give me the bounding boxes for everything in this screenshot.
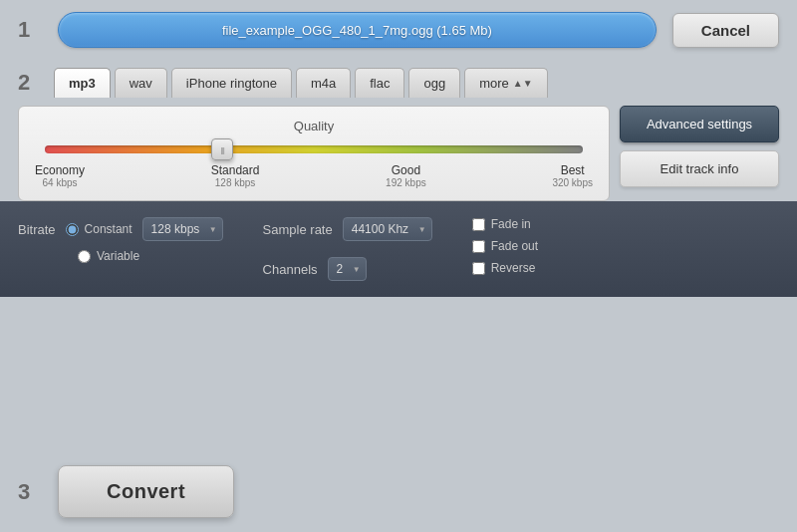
constant-label: Constant: [85, 222, 133, 236]
bitrate-label: Bitrate: [18, 222, 56, 237]
section-2: 2 mp3 wav iPhone ringtone m4a flac ogg m…: [0, 60, 797, 201]
effects-group: Fade in Fade out Reverse: [472, 217, 538, 275]
sample-rate-select[interactable]: 44100 Khz 22050 Khz 32000 Khz 48000 Khz: [343, 217, 432, 241]
tab-ogg[interactable]: ogg: [408, 68, 460, 98]
slider-labels: Economy 64 kbps Standard 128 kbps Good 1…: [35, 163, 593, 188]
bitrate-select-wrapper: 128 kbps 64 kbps 96 kbps 160 kbps 192 kb…: [142, 217, 223, 241]
channels-row: Channels 2 1: [263, 257, 432, 281]
quality-label: Quality: [35, 119, 593, 133]
advanced-panel: Quality Economy 64 kbps Standard 128 kbp…: [18, 106, 779, 201]
quality-section: Quality Economy 64 kbps Standard 128 kbp…: [18, 106, 610, 201]
edit-track-button[interactable]: Edit track info: [620, 150, 779, 187]
quality-economy: Economy 64 kbps: [35, 163, 85, 188]
quality-good: Good 192 kbps: [386, 163, 426, 188]
reverse-checkbox[interactable]: Reverse: [472, 261, 538, 275]
advanced-settings-panel: Bitrate Constant 128 kbps 64 kbps 96 kbp…: [0, 201, 797, 297]
file-bar: file_example_OGG_480_1_7mg.ogg (1.65 Mb): [58, 12, 657, 48]
step-2-number: 2: [18, 70, 42, 96]
variable-radio-input[interactable]: [78, 250, 91, 263]
variable-radio[interactable]: Variable: [78, 249, 139, 263]
quality-best: Best 320 kbps: [552, 163, 593, 188]
chevron-down-icon: ▲▼: [513, 78, 533, 89]
variable-label: Variable: [97, 249, 139, 263]
advanced-settings-button[interactable]: Advanced settings: [620, 106, 779, 142]
sample-rate-label: Sample rate: [263, 222, 333, 237]
fade-in-input[interactable]: [472, 218, 485, 231]
fade-out-label: Fade out: [491, 239, 538, 253]
section-3: 3 Convert: [0, 451, 797, 532]
bitrate-select[interactable]: 128 kbps 64 kbps 96 kbps 160 kbps 192 kb…: [142, 217, 223, 241]
tab-iphone-ringtone[interactable]: iPhone ringtone: [171, 68, 292, 98]
fade-in-label: Fade in: [491, 217, 531, 231]
format-tabs: mp3 wav iPhone ringtone m4a flac ogg mor…: [54, 68, 779, 98]
bitrate-radio-group: Constant: [66, 222, 133, 236]
reverse-label: Reverse: [491, 261, 536, 275]
bitrate-group: Bitrate Constant 128 kbps 64 kbps 96 kbp…: [18, 217, 223, 263]
convert-button[interactable]: Convert: [58, 465, 234, 518]
sample-rate-select-wrapper: 44100 Khz 22050 Khz 32000 Khz 48000 Khz: [343, 217, 432, 241]
channels-select[interactable]: 2 1: [328, 257, 367, 281]
step-3-number: 3: [18, 479, 42, 505]
reverse-input[interactable]: [472, 262, 485, 275]
file-name: file_example_OGG_480_1_7mg.ogg (1.65 Mb): [222, 23, 492, 38]
quality-slider-track: [45, 145, 583, 153]
fade-out-checkbox[interactable]: Fade out: [472, 239, 538, 253]
tab-mp3[interactable]: mp3: [54, 68, 111, 98]
more-label: more: [479, 76, 509, 91]
sample-rate-row: Sample rate 44100 Khz 22050 Khz 32000 Kh…: [263, 217, 432, 241]
tab-m4a[interactable]: m4a: [296, 68, 351, 98]
channels-select-wrapper: 2 1: [328, 257, 367, 281]
tab-wav[interactable]: wav: [115, 68, 167, 98]
variable-row: Variable: [18, 249, 223, 263]
tab-more[interactable]: more ▲▼: [464, 68, 547, 98]
constant-radio-input[interactable]: [66, 223, 79, 236]
app-container: 1 file_example_OGG_480_1_7mg.ogg (1.65 M…: [0, 0, 797, 532]
step-1-number: 1: [18, 17, 42, 43]
constant-radio[interactable]: Constant: [66, 222, 133, 236]
section-1: 1 file_example_OGG_480_1_7mg.ogg (1.65 M…: [0, 0, 797, 60]
cancel-button[interactable]: Cancel: [672, 13, 779, 48]
sample-group: Sample rate 44100 Khz 22050 Khz 32000 Kh…: [263, 217, 432, 281]
empty-section: [0, 297, 797, 451]
fade-out-input[interactable]: [472, 240, 485, 253]
slider-container[interactable]: [45, 145, 583, 153]
channels-label: Channels: [263, 262, 318, 277]
bitrate-row: Bitrate Constant 128 kbps 64 kbps 96 kbp…: [18, 217, 223, 241]
quality-slider-thumb[interactable]: [211, 138, 233, 160]
quality-standard: Standard 128 kbps: [211, 163, 260, 188]
section-2-header: 2 mp3 wav iPhone ringtone m4a flac ogg m…: [18, 68, 779, 98]
right-buttons: Advanced settings Edit track info: [620, 106, 779, 201]
tab-flac[interactable]: flac: [355, 68, 404, 98]
fade-in-checkbox[interactable]: Fade in: [472, 217, 538, 231]
